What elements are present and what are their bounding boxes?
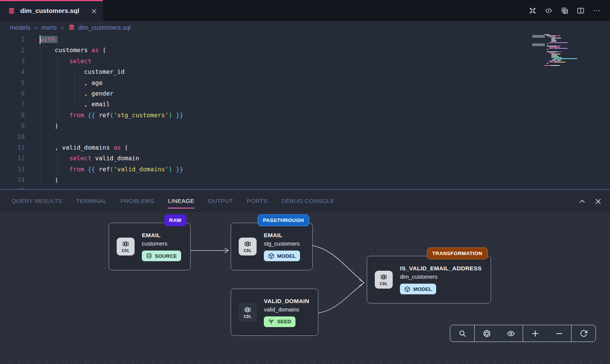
search-button[interactable] <box>450 325 474 342</box>
column-chip: COL <box>239 303 257 321</box>
code-line: 14 ) <box>0 175 610 185</box>
line-number: 14 <box>0 175 25 185</box>
minimap-code-bar <box>549 53 555 53</box>
aperture-icon <box>483 329 491 338</box>
line-text: from {{ ref('valid_domains') }} <box>25 164 183 175</box>
code-line: 2 customers as ( <box>0 45 610 56</box>
panel-tab-query-results[interactable]: QUERY RESULTS <box>11 198 62 204</box>
minimap-selection-mark <box>532 43 545 46</box>
breadcrumb-item-models[interactable]: models <box>10 24 30 31</box>
minimap-code-bar <box>557 35 560 36</box>
code-token: ( <box>99 46 106 54</box>
more-icon[interactable] <box>592 6 601 15</box>
minimap-selection-mark <box>532 35 545 38</box>
line-text: , gender <box>25 88 114 99</box>
code-icon[interactable] <box>544 6 553 15</box>
line-text: from {{ ref('stg_customers') }} <box>25 110 183 121</box>
minimap[interactable] <box>544 34 585 80</box>
lineage-node-dim_customers[interactable]: TRANSFORMATIONCOLIS_VALID_EMAIL_ADDRESSd… <box>367 256 491 303</box>
line-text: ) <box>25 121 58 131</box>
node-body: EMAILstg_customersMODEL <box>264 232 300 261</box>
line-text: select valid_domain <box>25 153 139 164</box>
plus-icon <box>531 329 539 338</box>
code-token: ref <box>95 112 110 119</box>
node-type-badge-source: SOURCE <box>142 251 181 261</box>
minimap-code-bar <box>547 46 557 46</box>
code-line: 3 select <box>0 56 610 67</box>
copy-table-icon[interactable] <box>560 6 569 15</box>
panel-tab-ports[interactable]: PORTS <box>247 198 268 204</box>
toolbar-group <box>450 325 474 342</box>
panel-tab-output[interactable]: OUTPUT <box>208 198 233 204</box>
code-editor[interactable]: 1with2 customers as (3 select4 customer_… <box>0 34 610 189</box>
breadcrumb-separator: > <box>34 24 37 31</box>
code-token: select <box>69 57 92 65</box>
panel-tab-debug-console[interactable]: DEBUG CONSOLE <box>281 198 334 204</box>
minimap-code-bar <box>551 40 557 41</box>
indent-guide <box>40 45 40 185</box>
refresh-icon <box>580 329 588 338</box>
code-line: 6 , gender <box>0 88 610 99</box>
editor-actions <box>528 0 601 21</box>
toolbar-group <box>474 325 523 342</box>
lineage-node-stg_customers[interactable]: PASSTHROUGHCOLEMAILstg_customersMODEL <box>231 223 313 270</box>
minimap-code-bar <box>554 58 577 59</box>
line-number: 9 <box>0 121 25 131</box>
tab-dim-customers-sql[interactable]: dim_customers.sql <box>0 0 103 21</box>
refresh-button[interactable] <box>571 325 596 342</box>
dbt-logo-icon[interactable] <box>528 6 537 15</box>
node-body: EMAILcustomersSOURCE <box>142 232 181 261</box>
minimap-code-bar <box>551 55 557 56</box>
node-type-label: MODEL <box>413 286 432 292</box>
database-icon <box>68 24 75 31</box>
panel-tab-lineage[interactable]: LINEAGE <box>168 198 194 204</box>
node-title: EMAIL <box>142 232 161 239</box>
minimap-code-bar <box>552 59 556 60</box>
close-icon[interactable] <box>594 197 602 205</box>
tab-close-icon[interactable] <box>91 8 97 14</box>
code-token: ( <box>121 144 128 151</box>
editor-tab-bar: dim_customers.sql <box>0 0 610 21</box>
column-chip-label: COL <box>244 248 252 253</box>
eye-button[interactable] <box>499 325 523 342</box>
lineage-node-valid_domains[interactable]: COLVALID_DOMAINvalid_domainsSEED <box>231 289 318 336</box>
split-editor-icon[interactable] <box>576 6 585 15</box>
code-line: 7 , email <box>0 99 610 110</box>
code-token: 'valid_domains' <box>114 166 169 173</box>
node-type-label: MODEL <box>277 253 296 259</box>
code-line: 13 from {{ ref('valid_domains') }} <box>0 164 610 175</box>
panel-tab-problems[interactable]: PROBLEMS <box>120 198 154 204</box>
node-subtitle: valid_domains <box>264 307 299 313</box>
breadcrumb-file[interactable]: dim_customers.sql <box>68 24 131 31</box>
search-icon <box>458 329 467 338</box>
node-title: IS_VALID_EMAIL_ADDRESS <box>400 265 482 272</box>
code-token: }} <box>176 166 183 173</box>
breadcrumb-separator: > <box>61 24 64 31</box>
plus-button[interactable] <box>523 325 547 342</box>
code-token: , age <box>40 79 103 86</box>
minimap-code-bar <box>547 35 557 36</box>
minimap-code-bar <box>544 65 549 66</box>
node-tag-passthrough: PASSTHROUGH <box>258 214 309 226</box>
edge-valid_domains-dim_customers <box>318 284 362 313</box>
lineage-node-customers[interactable]: RAWCOLEMAILcustomersSOURCE <box>109 223 191 270</box>
breadcrumb-item-marts[interactable]: marts <box>41 24 57 31</box>
chevron-up-icon[interactable] <box>578 197 586 205</box>
lineage-toolbar <box>450 325 596 342</box>
node-type-badge-model: MODEL <box>400 284 436 294</box>
code-token <box>172 166 176 173</box>
node-subtitle: customers <box>142 241 167 247</box>
code-token: }} <box>176 112 183 119</box>
code-token: valid_domain <box>92 155 139 162</box>
code-token: {{ <box>88 112 95 119</box>
panel-tab-terminal[interactable]: TERMINAL <box>76 198 107 204</box>
line-text: with <box>25 34 58 45</box>
breadcrumb: models > marts > dim_customers.sql <box>0 21 610 34</box>
code-token: 'stg_customers' <box>114 112 169 119</box>
line-text: , email <box>25 99 110 110</box>
minimap-code-bar <box>549 42 553 43</box>
minimap-code-bar <box>559 51 561 52</box>
minus-button[interactable] <box>547 325 571 342</box>
lineage-canvas[interactable]: RAWCOLEMAILcustomersSOURCEPASSTHROUGHCOL… <box>0 212 610 364</box>
aperture-button[interactable] <box>475 325 499 342</box>
